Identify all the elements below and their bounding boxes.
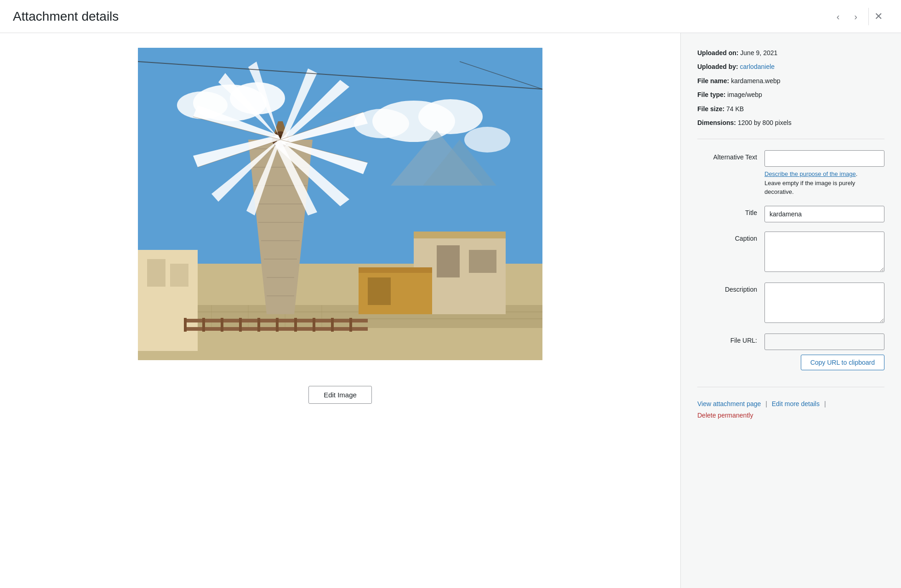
image-container: Edit Image	[138, 48, 542, 404]
separator-1: |	[765, 400, 767, 407]
copy-btn-wrap: Copy URL to clipboard	[764, 350, 884, 370]
close-button[interactable]: ✕	[868, 8, 888, 25]
description-wrap	[764, 283, 884, 324]
attachment-image	[138, 48, 542, 360]
svg-rect-68	[349, 318, 352, 332]
title-group: Title	[697, 206, 884, 222]
file-type-row: File type: image/webp	[697, 90, 884, 100]
dimensions-label: Dimensions:	[697, 119, 736, 126]
title-wrap	[764, 206, 884, 222]
file-size-value: 74 KB	[726, 105, 744, 113]
image-panel: Edit Image	[0, 33, 680, 588]
file-name-row: File name: kardamena.webp	[697, 76, 884, 86]
file-type-label: File type:	[697, 91, 725, 98]
uploaded-by-row: Uploaded by: carlodaniele	[697, 62, 884, 72]
attachment-details-dialog: Attachment details ‹ › ✕	[0, 0, 901, 588]
svg-rect-70	[359, 267, 432, 273]
title-label: Title	[697, 206, 757, 216]
alt-text-wrap: Describe the purpose of the image. Leave…	[764, 150, 884, 197]
svg-rect-59	[184, 318, 187, 332]
prev-button[interactable]: ‹	[831, 8, 845, 25]
divider-1	[697, 139, 884, 139]
uploaded-on-row: Uploaded on: June 9, 2021	[697, 48, 884, 58]
file-type-value: image/webp	[727, 91, 762, 98]
footer-links: View attachment page | Edit more details…	[697, 387, 884, 421]
windmill-svg	[138, 48, 542, 360]
caption-wrap	[764, 232, 884, 273]
header-nav: ‹ › ✕	[831, 8, 888, 25]
meta-info: Uploaded on: June 9, 2021 Uploaded by: c…	[697, 48, 884, 128]
alt-text-hint-link[interactable]: Describe the purpose of the image	[764, 170, 856, 177]
copy-url-button[interactable]: Copy URL to clipboard	[801, 355, 884, 370]
file-url-group: File URL: Copy URL to clipboard	[697, 334, 884, 370]
dialog-body: Edit Image Uploaded on: June 9, 2021 Upl…	[0, 33, 901, 588]
alt-text-hint: Describe the purpose of the image. Leave…	[764, 170, 884, 197]
svg-rect-60	[202, 318, 205, 332]
dialog-title: Attachment details	[13, 9, 119, 24]
file-url-label: File URL:	[697, 334, 757, 344]
svg-rect-64	[276, 318, 279, 332]
svg-point-5	[418, 99, 483, 134]
title-input[interactable]	[764, 206, 884, 222]
details-panel: Uploaded on: June 9, 2021 Uploaded by: c…	[680, 33, 901, 588]
dimensions-row: Dimensions: 1200 by 800 pixels	[697, 118, 884, 128]
alt-text-label: Alternative Text	[697, 150, 757, 161]
uploaded-by-label: Uploaded by:	[697, 63, 738, 70]
svg-rect-21	[437, 245, 460, 277]
file-name-value: kardamena.webp	[731, 77, 780, 85]
file-size-row: File size: 74 KB	[697, 104, 884, 114]
svg-rect-62	[239, 318, 242, 332]
view-attachment-link[interactable]: View attachment page	[697, 400, 761, 407]
svg-rect-20	[414, 232, 506, 238]
svg-rect-25	[170, 264, 188, 287]
svg-rect-67	[331, 318, 334, 332]
file-url-wrap: Copy URL to clipboard	[764, 334, 884, 370]
alt-text-group: Alternative Text Describe the purpose of…	[697, 150, 884, 197]
svg-rect-61	[221, 318, 223, 332]
file-size-label: File size:	[697, 105, 724, 113]
svg-rect-24	[147, 259, 165, 287]
caption-textarea[interactable]	[764, 232, 884, 272]
svg-rect-63	[257, 318, 260, 332]
svg-rect-22	[469, 250, 496, 273]
separator-2: |	[824, 400, 826, 407]
svg-rect-23	[138, 250, 198, 351]
svg-rect-65	[294, 318, 297, 332]
next-button[interactable]: ›	[849, 8, 863, 25]
delete-permanently-link[interactable]: Delete permanently	[697, 412, 753, 419]
edit-more-details-link[interactable]: Edit more details	[772, 400, 820, 407]
svg-point-7	[464, 127, 510, 153]
caption-label: Caption	[697, 232, 757, 242]
description-group: Description	[697, 283, 884, 324]
uploaded-by-link[interactable]: carlodaniele	[740, 63, 775, 70]
file-url-input[interactable]	[764, 334, 884, 350]
dialog-header: Attachment details ‹ › ✕	[0, 0, 901, 33]
alt-text-hint-text: Leave empty if the image is purely decor…	[764, 180, 855, 196]
description-textarea[interactable]	[764, 283, 884, 323]
dimensions-value: 1200 by 800 pixels	[738, 119, 792, 126]
edit-image-button[interactable]: Edit Image	[308, 386, 372, 404]
alt-text-input[interactable]	[764, 150, 884, 167]
svg-rect-66	[313, 318, 315, 332]
description-label: Description	[697, 283, 757, 293]
uploaded-on-label: Uploaded on:	[697, 49, 738, 57]
caption-group: Caption	[697, 232, 884, 273]
svg-rect-71	[368, 277, 391, 305]
file-name-label: File name:	[697, 77, 729, 85]
uploaded-on-value: June 9, 2021	[740, 49, 777, 57]
